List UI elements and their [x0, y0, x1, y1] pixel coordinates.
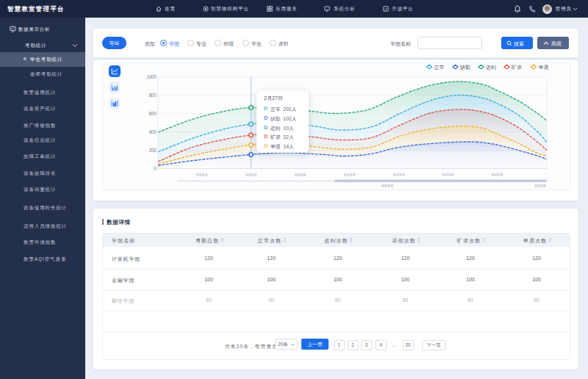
svg-text:XXXX: XXXX	[343, 173, 355, 177]
svg-text:600: 600	[149, 111, 157, 116]
svg-text:1000: 1000	[146, 74, 157, 79]
svg-text:XXXX: XXXX	[294, 173, 306, 177]
svg-text:0: 0	[154, 166, 157, 171]
svg-text:800: 800	[149, 93, 157, 98]
svg-text:XXXX: XXXX	[442, 173, 453, 177]
svg-text:早退: 早退	[539, 64, 549, 70]
svg-text:400: 400	[149, 129, 157, 134]
svg-text:XXXX: XXXX	[392, 173, 404, 177]
svg-text:XXXX: XXXX	[491, 173, 503, 177]
svg-text:缺勤: 缺勤	[460, 65, 470, 70]
svg-text:旷课: 旷课	[512, 65, 522, 70]
svg-text:XXXX: XXXX	[245, 173, 257, 177]
svg-text:XXXX: XXXX	[534, 184, 546, 188]
svg-text:迟到: 迟到	[486, 65, 496, 71]
svg-text:正常: 正常	[434, 65, 445, 70]
svg-text:XXXX: XXXX	[196, 173, 207, 177]
svg-text:XXXX: XXXX	[381, 184, 393, 188]
svg-text:200: 200	[149, 148, 157, 153]
